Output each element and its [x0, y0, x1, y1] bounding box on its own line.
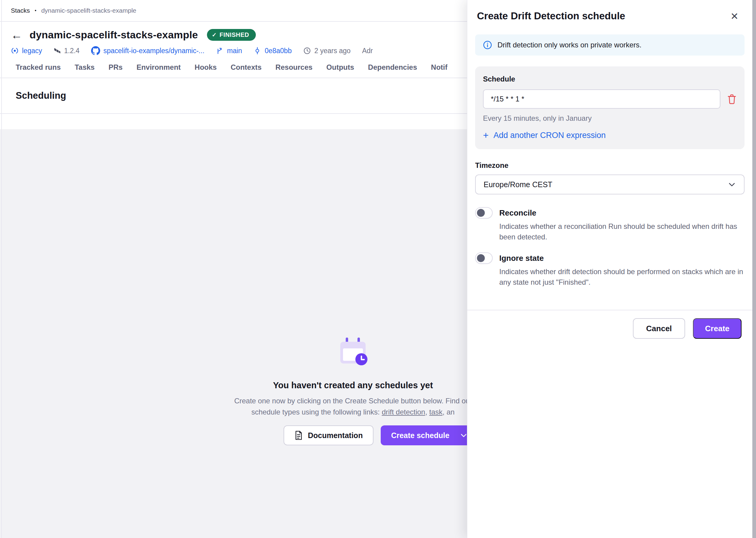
ignore-state-toggle[interactable] [475, 252, 493, 264]
branch-icon [216, 47, 224, 55]
create-button[interactable]: Create [693, 318, 741, 339]
plus-icon: + [483, 131, 489, 140]
commit-link[interactable]: 0e8a0bb [254, 47, 292, 55]
drift-detection-link[interactable]: drift detection [382, 408, 425, 416]
last-updated: 2 years ago [303, 47, 351, 55]
timezone-field: Timezone Europe/Rome CEST [475, 161, 744, 194]
reconcile-label: Reconcile [499, 207, 744, 219]
create-drift-detection-drawer: Create Drift Detection schedule ✕ Drift … [467, 0, 756, 538]
tab-contexts[interactable]: Contexts [230, 63, 261, 78]
tab-resources[interactable]: Resources [275, 63, 312, 78]
drawer-scrollbar[interactable] [752, 0, 756, 538]
line2-suffix: , an [443, 408, 454, 416]
tab-tracked-runs[interactable]: Tracked runs [16, 63, 61, 78]
ignore-state-row: Ignore state Indicates whether drift det… [475, 252, 744, 288]
add-cron-expression-link[interactable]: + Add another CRON expression [483, 131, 606, 140]
check-icon: ✓ [212, 31, 217, 38]
repository-link[interactable]: spacelift-io-examples/dynamic-... [91, 46, 205, 55]
drawer-title: Create Drift Detection schedule [477, 10, 625, 22]
trash-icon[interactable] [727, 94, 737, 104]
line2-prefix: schedule types using the following links… [251, 408, 382, 416]
terraform-version-icon [53, 47, 61, 54]
meta-truncated-text: Adr [362, 47, 373, 55]
info-banner-text: Drift detection only works on private wo… [497, 41, 642, 49]
space-link[interactable]: legacy [11, 47, 42, 55]
info-icon [483, 40, 492, 49]
reconcile-toggle[interactable] [475, 207, 493, 219]
schedule-label: Schedule [483, 75, 737, 83]
chevron-down-icon[interactable] [460, 431, 468, 439]
line2-sep: , [425, 408, 429, 416]
chevron-down-icon [728, 180, 736, 189]
ignore-state-label: Ignore state [499, 252, 744, 264]
reconcile-description: Indicates whether a reconciliation Run s… [499, 221, 744, 242]
toggle-knob [477, 209, 485, 217]
task-link[interactable]: task [429, 408, 443, 416]
cron-helper-text: Every 15 minutes, only in January [483, 114, 737, 123]
toggle-knob [477, 254, 485, 262]
page-title: dynamic-spacelift-stacks-example [29, 29, 198, 41]
drawer-body: Drift detection only works on private wo… [467, 34, 756, 288]
tab-environment[interactable]: Environment [136, 63, 181, 78]
branch-link[interactable]: main [216, 47, 242, 55]
info-banner: Drift detection only works on private wo… [475, 34, 744, 56]
tab-tasks[interactable]: Tasks [74, 63, 94, 78]
tab-notifications[interactable]: Notif [431, 63, 448, 78]
close-icon[interactable]: ✕ [729, 10, 740, 22]
status-badge: ✓ FINISHED [207, 29, 256, 41]
timezone-select[interactable]: Europe/Rome CEST [475, 175, 744, 194]
reconcile-row: Reconcile Indicates whether a reconcilia… [475, 207, 744, 242]
tool-version: 1.2.4 [53, 47, 79, 55]
cron-row [483, 89, 737, 109]
clock-icon [303, 47, 311, 55]
app-root: Stacks • dynamic-spacelift-stacks-exampl… [0, 0, 756, 538]
schedule-card: Schedule Every 15 minutes, only in Janua… [475, 66, 744, 149]
space-icon [11, 47, 19, 55]
commit-icon [254, 47, 261, 55]
drawer-header: Create Drift Detection schedule ✕ [467, 0, 756, 22]
tab-outputs[interactable]: Outputs [326, 63, 354, 78]
cancel-button[interactable]: Cancel [633, 318, 685, 339]
create-schedule-button[interactable]: Create schedule [381, 425, 478, 445]
section-title: Scheduling [16, 90, 66, 101]
timezone-value: Europe/Rome CEST [484, 180, 552, 189]
github-icon [91, 46, 100, 55]
document-icon [295, 431, 303, 440]
tab-prs[interactable]: PRs [109, 63, 123, 78]
footer-divider [467, 310, 752, 310]
ignore-state-description: Indicates whether drift detection should… [499, 266, 744, 288]
tab-dependencies[interactable]: Dependencies [368, 63, 417, 78]
cron-expression-input[interactable] [483, 89, 720, 109]
timezone-label: Timezone [475, 161, 744, 170]
tab-hooks[interactable]: Hooks [195, 63, 216, 78]
calendar-clock-icon [339, 337, 367, 367]
breadcrumb-stacks-link[interactable]: Stacks [11, 7, 30, 14]
documentation-button[interactable]: Documentation [284, 425, 373, 445]
breadcrumb-current: dynamic-spacelift-stacks-example [41, 7, 136, 14]
drawer-footer: Cancel Create [633, 318, 741, 339]
breadcrumb-separator: • [35, 8, 36, 13]
back-arrow-icon[interactable]: ← [11, 29, 22, 41]
